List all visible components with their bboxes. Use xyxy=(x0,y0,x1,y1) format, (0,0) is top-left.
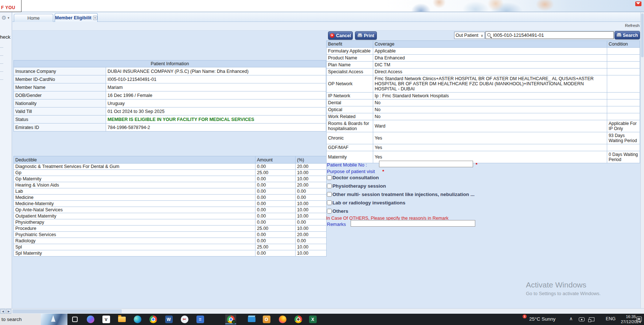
visit-option[interactable]: Doctor consultation xyxy=(327,173,531,182)
outlook-icon[interactable]: O xyxy=(261,314,272,324)
vision-software-glyph: V xyxy=(102,316,110,323)
scroll-left-button[interactable] xyxy=(0,309,5,314)
remarks-label: Remarks xyxy=(327,222,346,227)
gear-icon[interactable] xyxy=(1,15,6,21)
field-value: 16 Dec 1996 / Female xyxy=(106,91,326,99)
scroll-right-button[interactable] xyxy=(6,309,11,314)
task-view-icon[interactable] xyxy=(69,314,80,324)
firefox-icon[interactable] xyxy=(277,314,288,324)
deductible-name: Medicine xyxy=(14,195,255,201)
file-explorer-icon[interactable] xyxy=(116,314,127,324)
patient-mobile-label: Patient Mobile No : xyxy=(327,162,367,168)
tray-chevron-up-icon[interactable]: ∧ xyxy=(569,316,573,321)
benefit-coverage: Fmc Standard Network Clinics+ASTER HOSPI… xyxy=(373,75,607,93)
visit-option-checkbox[interactable] xyxy=(327,200,332,205)
deductible-name: Outpatient Maternity xyxy=(14,213,255,219)
snipping-tool-icon[interactable]: ✂ xyxy=(179,314,190,324)
deductible-name: Op Ante-Natal Services xyxy=(14,207,255,213)
vertical-scrollbar-thumb[interactable] xyxy=(641,13,644,57)
print-button[interactable]: Print xyxy=(355,31,377,40)
deductible-row: Radiology0.000.00 xyxy=(14,238,327,244)
sidebar-divider xyxy=(0,47,3,48)
visit-option-checkbox[interactable] xyxy=(327,175,332,180)
deductible-table: Deductible Amount (%) Diagnostic & Treat… xyxy=(13,156,327,257)
coverage-column-header: Coverage xyxy=(373,41,607,48)
patient-type-select[interactable]: Out Patient xyxy=(454,32,485,39)
deductible-percent: 10.00 xyxy=(296,250,327,257)
excel-icon[interactable]: X xyxy=(307,314,318,324)
weather-text[interactable]: 25°C Sunny xyxy=(529,316,555,322)
deductible-name: Hearing & Vision Aids xyxy=(14,182,255,188)
member-eligibility-screen: F YOU heck Home Member Eligibilit Refres… xyxy=(0,0,644,325)
deductible-name: Diagnostic & Treatment Services For Dent… xyxy=(14,164,255,170)
field-value: 784-1996-5878794-2 xyxy=(106,124,326,132)
weather-tray-icon[interactable]: 1 xyxy=(518,316,526,324)
patient-info-body: Insurance CompanyDUBAI INSURANCE COMPANY… xyxy=(14,67,326,132)
member-search-input[interactable] xyxy=(485,31,614,39)
task-view-glyph xyxy=(72,317,78,322)
horizontal-scrollbar-thumb[interactable] xyxy=(12,309,122,313)
benefit-coverage: Applicable xyxy=(373,48,607,55)
deductible-name: Radiology xyxy=(14,238,255,244)
top-banner: F YOU xyxy=(0,0,644,12)
chrome-icon[interactable] xyxy=(148,314,159,324)
visit-option[interactable]: Others xyxy=(327,207,531,215)
search-button[interactable]: Search xyxy=(614,31,640,39)
benefit-coverage: Direct Access xyxy=(373,68,607,75)
benefit-condition xyxy=(607,55,640,62)
field-label: Nationality xyxy=(14,99,106,107)
deductible-amount: 0.00 xyxy=(255,250,296,257)
benefit-row: OpticalNo xyxy=(327,106,640,113)
visit-option-checkbox[interactable] xyxy=(327,192,332,197)
calculator-icon[interactable]: = xyxy=(195,314,206,324)
edge-icon[interactable] xyxy=(132,314,143,324)
patient-mobile-input[interactable] xyxy=(379,161,473,167)
visit-option-label: Physiotherapy session xyxy=(332,183,386,189)
close-icon[interactable] xyxy=(93,16,97,20)
field-label: Insurance Company xyxy=(14,67,106,75)
deductible-amount: 0.00 xyxy=(255,207,296,213)
deductible-amount: 0.00 xyxy=(255,176,296,182)
refresh-link[interactable]: Refresh xyxy=(625,23,640,28)
benefit-row: OP NetworkFmc Standard Network Clinics+A… xyxy=(327,75,640,93)
visit-option-checkbox[interactable] xyxy=(327,209,332,214)
field-value: 01 Oct 2024 to 30 Sep 2025 xyxy=(106,107,326,115)
visit-option[interactable]: Lab or radiology investigations xyxy=(327,199,531,207)
chrome-active-icon[interactable] xyxy=(225,314,236,324)
visit-option-label: Other multi- session treatment like inje… xyxy=(332,192,475,197)
vision-software-icon[interactable]: V xyxy=(101,314,112,324)
visit-option[interactable]: Other multi- session treatment like inje… xyxy=(327,190,531,199)
word-icon[interactable]: W xyxy=(163,314,174,324)
visit-option-checkbox[interactable] xyxy=(327,184,332,188)
visit-option-label: Lab or radiology investigations xyxy=(332,200,405,205)
horizontal-scrollbar[interactable] xyxy=(0,308,644,314)
benefit-name: Specialist Access xyxy=(327,68,373,75)
cancel-button[interactable]: Cancel xyxy=(328,31,353,40)
copilot-icon[interactable] xyxy=(85,314,96,324)
sidebar-divider xyxy=(0,79,3,80)
chevron-down-icon[interactable] xyxy=(8,16,9,20)
deductible-percent: 20.00 xyxy=(296,182,327,188)
tab-home[interactable]: Home xyxy=(14,14,53,22)
field-value: DUBAI INSURANCE COMPANY (P.S.C) (Plan Na… xyxy=(106,67,326,75)
remarks-input[interactable] xyxy=(351,220,475,227)
movie-app-icon[interactable] xyxy=(246,314,257,324)
vertical-scrollbar[interactable] xyxy=(640,12,644,308)
network-tray-icon[interactable] xyxy=(589,317,594,321)
weather-widget-thumbnail[interactable] xyxy=(41,314,67,325)
notification-center-icon[interactable] xyxy=(636,317,642,322)
deductible-row: Spl Maternity0.0010.00 xyxy=(14,250,327,257)
mail-icon[interactable] xyxy=(635,1,641,6)
deductible-percent: 10.00 xyxy=(296,207,327,213)
chrome-beta-icon[interactable] xyxy=(293,314,304,324)
field-label: Member ID-CardNo xyxy=(14,75,106,83)
copilot-glyph xyxy=(87,316,94,323)
camera-tray-icon[interactable] xyxy=(579,317,585,321)
tab-member-eligibility[interactable]: Member Eligibilit xyxy=(55,13,98,22)
patient-info-row: DOB/Gender16 Dec 1996 / Female xyxy=(14,91,326,99)
sidebar-divider xyxy=(0,63,3,64)
language-indicator[interactable]: ENG xyxy=(606,316,616,321)
visit-option[interactable]: Physiotherapy session xyxy=(327,182,531,190)
benefit-coverage: Dha Enhanced xyxy=(373,55,607,62)
logo-text: F YOU xyxy=(1,5,15,10)
